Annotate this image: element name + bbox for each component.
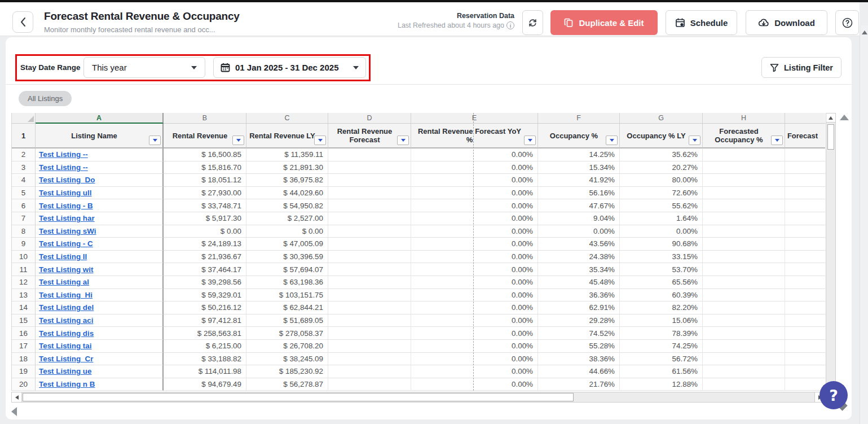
listing-link[interactable]: Test Listing n B: [39, 380, 95, 388]
listing-name-cell[interactable]: Test Listing - C: [36, 238, 164, 251]
column-header-cell[interactable]: Rental Revenue Forecast YoY %: [411, 124, 538, 148]
row-number[interactable]: 20: [12, 378, 36, 391]
cell[interactable]: 0.00%: [620, 225, 703, 238]
cell[interactable]: 0.00%: [411, 199, 538, 212]
cell[interactable]: [785, 225, 825, 238]
row-number[interactable]: 9: [12, 238, 36, 251]
listing-name-cell[interactable]: Test Listing ull: [36, 187, 164, 200]
cell[interactable]: 72.60%: [620, 187, 703, 200]
row-number[interactable]: 12: [12, 276, 36, 289]
cell[interactable]: [703, 187, 785, 200]
cell[interactable]: [785, 212, 825, 225]
listing-link[interactable]: Test Listing --: [39, 163, 88, 172]
cell[interactable]: $ 30,396.59: [246, 251, 328, 264]
cell[interactable]: 29.28%: [538, 314, 620, 327]
header-filter-dropdown-button[interactable]: [689, 135, 700, 145]
refresh-button[interactable]: [522, 10, 543, 35]
cell[interactable]: [785, 238, 825, 251]
column-letter-G[interactable]: G: [620, 113, 703, 124]
cell[interactable]: $ 2,527.00: [246, 212, 328, 225]
column-header-cell[interactable]: Forecast: [785, 124, 825, 148]
column-header-cell[interactable]: Rental Revenue LY: [246, 124, 328, 148]
cell[interactable]: [785, 353, 825, 366]
cell[interactable]: 74.25%: [620, 340, 703, 353]
listing-link[interactable]: Test Listing_Hi: [39, 291, 92, 299]
listing-link[interactable]: Test Listing har: [39, 214, 95, 222]
cell[interactable]: [328, 174, 411, 187]
cell[interactable]: [785, 314, 825, 327]
cell[interactable]: [785, 378, 825, 391]
column-header-cell[interactable]: Rental Revenue: [164, 124, 246, 148]
cell[interactable]: $ 21,891.30: [246, 161, 328, 174]
cell[interactable]: 60.39%: [620, 289, 703, 302]
header-filter-dropdown-button[interactable]: [314, 135, 326, 145]
cell[interactable]: $ 57,694.07: [246, 263, 328, 276]
cell[interactable]: [703, 174, 785, 187]
row-number[interactable]: 14: [12, 301, 36, 314]
cell[interactable]: [328, 238, 411, 251]
download-button[interactable]: Download: [746, 10, 827, 35]
listing-link[interactable]: Test Listing_Cr: [39, 355, 93, 363]
column-letter-D[interactable]: D: [328, 113, 411, 124]
all-listings-chip[interactable]: All Listings: [19, 91, 72, 106]
cell[interactable]: $ 54,950.82: [246, 199, 328, 212]
cell[interactable]: $ 51,689.05: [246, 314, 328, 327]
cell[interactable]: $ 26,708.20: [246, 340, 328, 353]
cell[interactable]: 80.00%: [620, 174, 703, 187]
cell[interactable]: 35.62%: [620, 148, 703, 161]
listing-name-cell[interactable]: Test Listing ue: [36, 365, 164, 378]
cell[interactable]: 0.00%: [411, 276, 538, 289]
cell[interactable]: $ 24,189.13: [164, 238, 246, 251]
cell[interactable]: [785, 148, 825, 161]
info-icon[interactable]: i: [506, 21, 514, 29]
cell[interactable]: [785, 199, 825, 212]
cell[interactable]: [328, 187, 411, 200]
table-horizontal-scrollbar[interactable]: [11, 392, 825, 403]
cell[interactable]: [703, 340, 785, 353]
column-letter-C[interactable]: C: [246, 113, 328, 124]
cell[interactable]: [328, 353, 411, 366]
vertical-scrollbar-thumb[interactable]: [827, 124, 834, 150]
column-header-cell[interactable]: Occupancy % LY: [620, 124, 703, 148]
cell[interactable]: $ 39,298.56: [164, 276, 246, 289]
row-number[interactable]: 13: [12, 289, 36, 302]
cell[interactable]: 14.25%: [538, 148, 620, 161]
header-filter-dropdown-button[interactable]: [149, 135, 161, 145]
row-number[interactable]: 16: [12, 327, 36, 340]
cell[interactable]: 78.39%: [620, 327, 703, 340]
page-scrollbar[interactable]: [860, 25, 868, 424]
cell[interactable]: 44.66%: [538, 365, 620, 378]
cell[interactable]: $ 5,917.30: [164, 212, 246, 225]
cell[interactable]: [703, 225, 785, 238]
column-letter-partial[interactable]: [785, 113, 825, 124]
cell[interactable]: 36.36%: [538, 289, 620, 302]
column-letter-F[interactable]: F: [538, 113, 620, 124]
listing-link[interactable]: Test Listing - C: [39, 239, 93, 248]
row-number[interactable]: 3: [12, 161, 36, 174]
cell[interactable]: [703, 276, 785, 289]
cell[interactable]: 62.91%: [538, 301, 620, 314]
header-filter-dropdown-button[interactable]: [524, 135, 536, 145]
cell[interactable]: 33.15%: [620, 251, 703, 264]
cell[interactable]: 0.00%: [411, 238, 538, 251]
cell[interactable]: [785, 340, 825, 353]
cell[interactable]: [328, 340, 411, 353]
cell[interactable]: [328, 161, 411, 174]
header-filter-dropdown-button[interactable]: [771, 135, 783, 145]
column-header-cell[interactable]: Listing Name: [36, 124, 164, 148]
cell[interactable]: 43.56%: [538, 238, 620, 251]
cell[interactable]: [328, 365, 411, 378]
cell[interactable]: [328, 276, 411, 289]
header-filter-dropdown-button[interactable]: [606, 135, 618, 145]
listing-link[interactable]: Test Listing aci: [39, 316, 93, 325]
cell[interactable]: 0.00%: [411, 289, 538, 302]
cell[interactable]: [703, 212, 785, 225]
cell[interactable]: $ 18,051.12: [164, 174, 246, 187]
cell[interactable]: 24.38%: [538, 251, 620, 264]
cell[interactable]: [703, 353, 785, 366]
row-number[interactable]: 17: [12, 340, 36, 353]
cell[interactable]: 47.67%: [538, 199, 620, 212]
back-button[interactable]: [12, 11, 33, 33]
cell[interactable]: [328, 225, 411, 238]
header-filter-dropdown-button[interactable]: [232, 135, 244, 145]
